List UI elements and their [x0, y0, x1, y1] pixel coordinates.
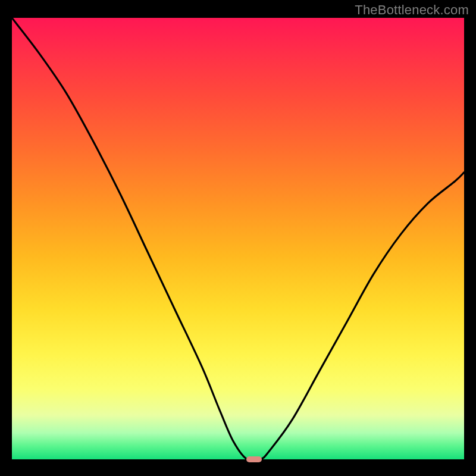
curve-layer: [12, 18, 464, 459]
optimal-point-marker: [246, 456, 262, 462]
chart-stage: TheBottleneck.com: [0, 0, 476, 476]
bottleneck-curve: [12, 18, 464, 459]
plot-area: [12, 18, 464, 459]
watermark-text: TheBottleneck.com: [355, 2, 469, 18]
